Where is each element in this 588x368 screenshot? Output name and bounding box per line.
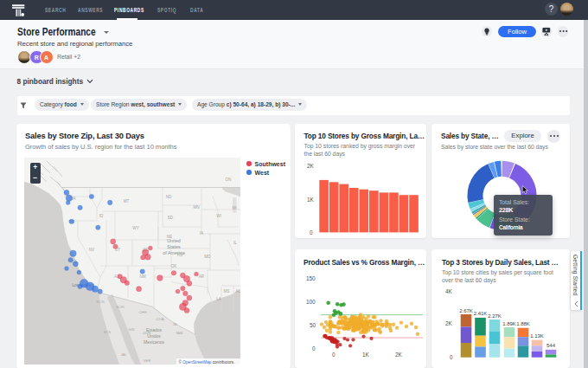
svg-text:Unidos: Unidos	[147, 333, 161, 339]
svg-text:1.88K: 1.88K	[516, 321, 530, 326]
svg-text:ON: ON	[226, 178, 232, 182]
svg-text:© OpenStreetMap contributors.: © OpenStreetMap contributors.	[179, 358, 235, 364]
svg-text:544: 544	[546, 343, 556, 348]
svg-text:JAL: JAL	[120, 352, 127, 357]
svg-text:LA: LA	[216, 297, 222, 301]
svg-text:NM: NM	[139, 274, 145, 279]
svg-text:MI: MI	[232, 206, 236, 210]
svg-text:MT: MT	[124, 199, 130, 203]
svg-text:SIN: SIN	[129, 327, 135, 332]
svg-text:VER: VER	[144, 358, 151, 363]
svg-text:NV: NV	[89, 248, 95, 252]
svg-text:SD: SD	[168, 216, 174, 220]
svg-text:COA: COA	[156, 317, 163, 321]
svg-text:ID: ID	[99, 214, 104, 218]
svg-text:SON: SON	[116, 305, 124, 309]
svg-text:ND: ND	[166, 195, 172, 199]
svg-text:MS: MS	[224, 289, 230, 294]
svg-text:Estados: Estados	[146, 327, 163, 332]
svg-text:IL: IL	[233, 241, 237, 245]
svg-text:Mexicanos: Mexicanos	[144, 339, 164, 345]
svg-text:NL: NL	[173, 322, 178, 326]
svg-text:States: States	[167, 244, 181, 249]
svg-text:TAM: TAM	[176, 331, 183, 335]
svg-text:MO: MO	[204, 255, 211, 259]
svg-text:United: United	[167, 238, 181, 243]
svg-text:AR: AR	[199, 274, 205, 279]
svg-text:2.41K: 2.41K	[474, 311, 488, 316]
svg-text:AL: AL	[235, 289, 240, 294]
svg-text:2.27K: 2.27K	[488, 313, 502, 319]
svg-text:CHH: CHH	[138, 310, 146, 314]
svg-text:1.13K: 1.13K	[530, 333, 544, 339]
svg-text:MN: MN	[193, 205, 199, 210]
svg-text:WI: WI	[216, 214, 221, 218]
svg-text:BCN: BCN	[97, 300, 105, 304]
svg-text:WY: WY	[132, 226, 138, 230]
svg-text:OK: OK	[171, 264, 178, 268]
svg-text:1.89K: 1.89K	[502, 321, 516, 326]
svg-text:2.67K: 2.67K	[459, 308, 473, 313]
svg-text:BCS: BCS	[104, 330, 112, 334]
svg-text:of America: of America	[163, 250, 184, 255]
